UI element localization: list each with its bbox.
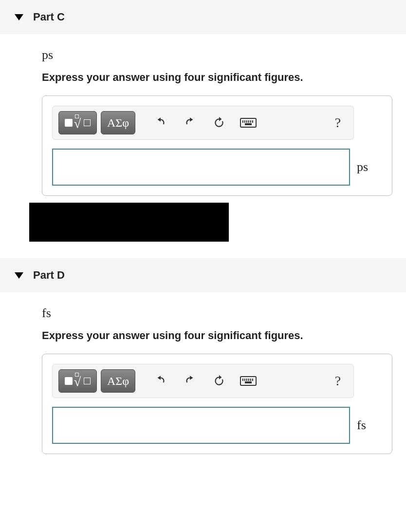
answer-box: √ ΑΣφ ? ps — [42, 95, 392, 196]
nth-root-icon: √ — [74, 115, 91, 130]
undo-button[interactable] — [148, 369, 173, 393]
part-title: Part C — [33, 11, 65, 23]
answer-input[interactable] — [52, 149, 350, 186]
keyboard-button[interactable] — [236, 111, 261, 134]
redo-icon — [184, 375, 196, 387]
undo-icon — [154, 116, 167, 129]
math-templates-button[interactable]: √ — [58, 111, 97, 134]
reset-icon — [213, 116, 225, 129]
redo-icon — [184, 116, 196, 129]
prompt-symbol: ps — [42, 48, 406, 62]
part-title: Part D — [33, 269, 65, 282]
keyboard-icon — [240, 118, 257, 128]
keyboard-button[interactable] — [236, 369, 261, 393]
answer-box: √ ΑΣφ ? fs — [42, 354, 392, 454]
part-body: fs Express your answer using four signif… — [0, 292, 406, 454]
part-header[interactable]: Part C — [0, 0, 406, 34]
chevron-down-icon — [15, 14, 23, 20]
placeholder-box-icon — [65, 377, 73, 385]
greek-symbols-button[interactable]: ΑΣφ — [101, 111, 135, 134]
redo-button[interactable] — [177, 111, 203, 134]
reset-button[interactable] — [206, 111, 232, 134]
part-body: ps Express your answer using four signif… — [0, 34, 406, 196]
prompt-symbol: fs — [42, 306, 406, 321]
redacted-block — [29, 203, 229, 242]
placeholder-box-icon — [65, 119, 73, 127]
math-templates-button[interactable]: √ — [58, 369, 97, 393]
unit-suffix: ps — [357, 160, 368, 174]
part-header[interactable]: Part D — [0, 258, 406, 292]
nth-root-icon: √ — [74, 374, 91, 388]
answer-input[interactable] — [52, 407, 350, 444]
help-button[interactable]: ? — [328, 111, 348, 134]
keyboard-icon — [240, 376, 257, 386]
redo-button[interactable] — [177, 369, 203, 393]
help-button[interactable]: ? — [328, 369, 348, 393]
chevron-down-icon — [15, 272, 23, 279]
unit-suffix: fs — [357, 418, 366, 433]
instruction-text: Express your answer using four significa… — [42, 71, 406, 84]
instruction-text: Express your answer using four significa… — [42, 329, 406, 342]
undo-icon — [154, 375, 167, 387]
equation-toolbar: √ ΑΣφ ? — [52, 364, 354, 398]
equation-toolbar: √ ΑΣφ ? — [52, 106, 354, 140]
reset-icon — [213, 375, 225, 387]
reset-button[interactable] — [206, 369, 232, 393]
greek-symbols-button[interactable]: ΑΣφ — [101, 369, 135, 393]
undo-button[interactable] — [148, 111, 173, 134]
